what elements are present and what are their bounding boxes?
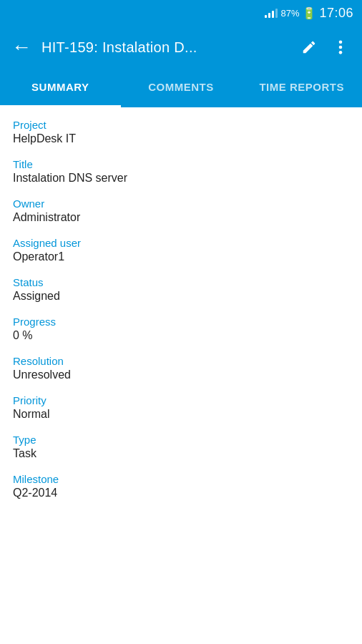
app-bar: ← HIT-159: Instalation D... <box>0 26 362 69</box>
field-label: Progress <box>13 316 349 328</box>
field-value: 0 % <box>13 329 349 342</box>
content-area: ProjectHelpDesk ITTitleInstalation DNS s… <box>0 107 362 524</box>
field-group-milestone: MilestoneQ2-2014 <box>13 473 349 499</box>
field-label: Title <box>13 158 349 170</box>
field-group-project: ProjectHelpDesk IT <box>13 119 349 145</box>
field-label: Milestone <box>13 473 349 485</box>
app-bar-actions <box>296 34 353 60</box>
field-group-priority: PriorityNormal <box>13 394 349 421</box>
field-label: Resolution <box>13 355 349 367</box>
battery-indicator: 87% <box>280 8 299 19</box>
status-bar: 87% 🔋 17:06 <box>0 0 362 26</box>
field-group-owner: OwnerAdministrator <box>13 197 349 224</box>
tab-summary[interactable]: SUMMARY <box>0 69 121 107</box>
field-label: Assigned user <box>13 237 349 249</box>
field-value: Administrator <box>13 211 349 224</box>
more-options-button[interactable] <box>328 34 353 60</box>
field-group-type: TypeTask <box>13 434 349 460</box>
svg-point-0 <box>339 40 343 44</box>
battery-icon: 🔋 <box>302 6 316 20</box>
field-label: Owner <box>13 197 349 210</box>
field-group-resolution: ResolutionUnresolved <box>13 355 349 381</box>
field-label: Type <box>13 434 349 446</box>
field-group-progress: Progress0 % <box>13 316 349 342</box>
field-value: Unresolved <box>13 369 349 381</box>
page-title: HIT-159: Instalation D... <box>41 39 289 56</box>
field-value: Operator1 <box>13 250 349 263</box>
field-label: Priority <box>13 394 349 406</box>
field-value: Normal <box>13 408 349 421</box>
signal-icon <box>265 8 278 18</box>
field-label: Project <box>13 119 349 131</box>
svg-point-1 <box>339 46 343 49</box>
edit-button[interactable] <box>296 34 322 60</box>
field-value: HelpDesk IT <box>13 132 349 145</box>
clock: 17:06 <box>319 6 353 21</box>
field-group-title: TitleInstalation DNS server <box>13 158 349 185</box>
back-button[interactable]: ← <box>9 34 34 60</box>
tabs: SUMMARY COMMENTS TIME REPORTS <box>0 69 362 107</box>
tab-comments[interactable]: COMMENTS <box>121 69 242 107</box>
field-label: Status <box>13 276 349 288</box>
field-value: Q2-2014 <box>13 487 349 499</box>
field-group-status: StatusAssigned <box>13 276 349 303</box>
status-bar-icons: 87% 🔋 17:06 <box>265 6 353 21</box>
svg-point-2 <box>339 51 343 54</box>
field-value: Assigned <box>13 290 349 303</box>
field-value: Instalation DNS server <box>13 172 349 185</box>
field-group-assigned-user: Assigned userOperator1 <box>13 237 349 263</box>
field-value: Task <box>13 447 349 460</box>
tab-time-reports[interactable]: TIME REPORTS <box>241 69 362 107</box>
